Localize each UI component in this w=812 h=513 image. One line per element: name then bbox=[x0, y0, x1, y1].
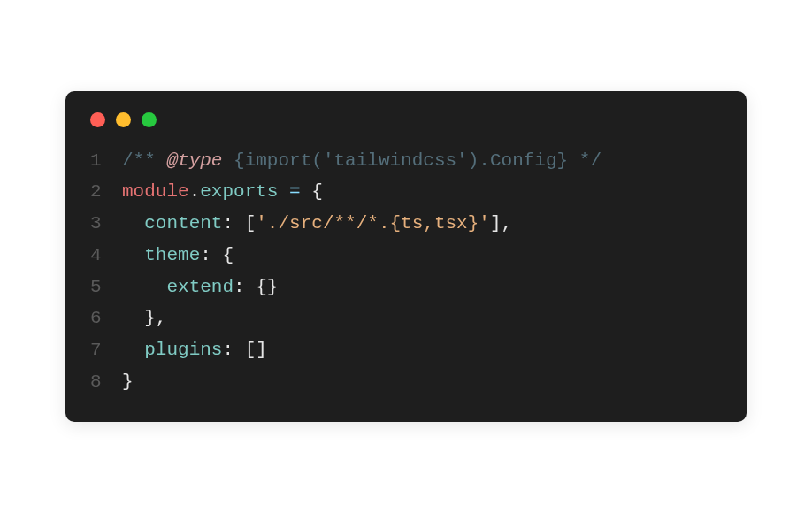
line-content: plugins: [] bbox=[122, 334, 267, 366]
line-number: 3 bbox=[90, 208, 122, 240]
line-number: 2 bbox=[90, 176, 122, 208]
maximize-icon[interactable] bbox=[142, 112, 157, 127]
code-content[interactable]: 1 /** @type {import('tailwindcss').Confi… bbox=[65, 145, 747, 398]
code-line: 1 /** @type {import('tailwindcss').Confi… bbox=[65, 145, 747, 177]
line-content: /** @type {import('tailwindcss').Config}… bbox=[122, 145, 601, 177]
window-controls bbox=[65, 112, 747, 145]
line-content: }, bbox=[122, 302, 166, 334]
code-line: 4 theme: { bbox=[65, 240, 747, 272]
line-number: 6 bbox=[90, 302, 122, 334]
code-line: 5 extend: {} bbox=[65, 272, 747, 303]
line-number: 1 bbox=[90, 145, 122, 177]
code-line: 7 plugins: [] bbox=[65, 334, 747, 366]
line-number: 4 bbox=[90, 240, 122, 272]
line-content: theme: { bbox=[122, 240, 234, 272]
minimize-icon[interactable] bbox=[116, 112, 131, 127]
code-editor-window: 1 /** @type {import('tailwindcss').Confi… bbox=[65, 91, 747, 423]
code-line: 8 } bbox=[65, 366, 747, 398]
line-content: extend: {} bbox=[122, 272, 278, 303]
line-content: content: ['./src/**/*.{ts,tsx}'], bbox=[122, 208, 512, 240]
code-line: 6 }, bbox=[65, 302, 747, 334]
code-line: 3 content: ['./src/**/*.{ts,tsx}'], bbox=[65, 208, 747, 240]
line-content: module.exports = { bbox=[122, 176, 323, 208]
line-number: 7 bbox=[90, 334, 122, 366]
line-number: 8 bbox=[90, 366, 122, 398]
line-content: } bbox=[122, 366, 134, 398]
close-icon[interactable] bbox=[90, 112, 105, 127]
code-line: 2 module.exports = { bbox=[65, 176, 747, 208]
line-number: 5 bbox=[90, 272, 122, 303]
